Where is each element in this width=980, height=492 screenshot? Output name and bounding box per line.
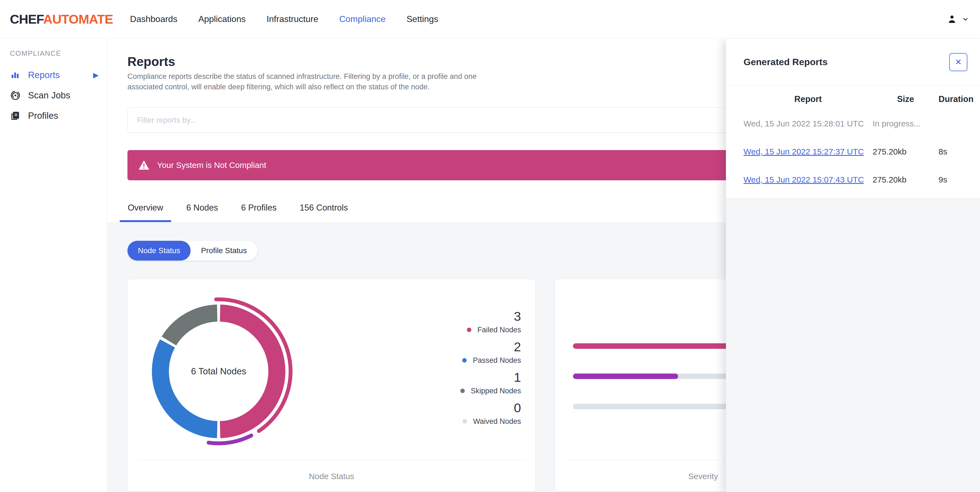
skipped-dot-icon [460,389,465,393]
logo-automate: AUTOMATE [43,12,113,26]
user-menu[interactable] [947,0,969,38]
failed-label: Failed Nodes [477,324,521,335]
tab-controls[interactable]: 156 Controls [292,193,356,222]
table-row: Wed, 15 Jun 2022 15:07:43 UTC 275.20kb 9… [743,166,975,194]
report-duration: 8s [939,147,975,157]
col-size: Size [873,94,939,104]
bar-chart-icon [10,70,22,80]
nav-items: Dashboards Applications Infrastructure C… [130,14,438,24]
tab-nodes[interactable]: 6 Nodes [178,193,226,222]
report-link[interactable]: Wed, 15 Jun 2022 15:27:37 UTC [743,147,864,156]
generated-reports-table: Report Size Duration Wed, 15 Jun 2022 15… [726,85,980,198]
report-date: Wed, 15 Jun 2022 15:28:01 UTC [743,119,873,128]
skipped-count: 1 [514,370,521,385]
user-icon [947,14,958,25]
report-size: 275.20kb [873,147,939,157]
waived-count: 0 [514,401,521,415]
waived-label: Waived Nodes [473,416,521,427]
node-status-donut-chart: 6 Total Nodes [142,294,296,448]
table-row: Wed, 15 Jun 2022 15:28:01 UTC In progres… [743,110,975,138]
scan-target-icon [10,90,22,101]
tab-profiles[interactable]: 6 Profiles [233,193,285,222]
card-divider [138,460,525,460]
toggle-profile-status[interactable]: Profile Status [191,241,257,260]
legend-passed: 2 Passed Nodes [462,339,521,366]
nav-dashboards[interactable]: Dashboards [130,14,177,24]
page-description: Compliance reports describe the status o… [127,71,479,92]
legend-waived: 0 Waived Nodes [463,401,521,427]
skipped-label: Skipped Nodes [471,385,521,396]
report-tabs: Overview 6 Nodes 6 Profiles 156 Controls [120,193,356,222]
chevron-down-icon [962,16,969,23]
banner-message: Your System is Not Compliant [157,161,266,170]
documents-icon [10,110,22,121]
col-duration: Duration [939,94,977,104]
logo-chef: CHEF [10,12,43,26]
tab-overview[interactable]: Overview [120,193,171,222]
sidebar-section-label: COMPLIANCE [10,49,107,58]
node-status-caption: Node Status [128,472,535,481]
report-link[interactable]: Wed, 15 Jun 2022 15:07:43 UTC [743,175,864,184]
failed-dot-icon [467,327,471,332]
node-status-card: 6 Total Nodes 3 Failed Nodes 2 Passed No… [127,279,536,491]
donut-center-label: 6 Total Nodes [142,294,296,448]
passed-label: Passed Nodes [473,355,521,366]
panel-header: Generated Reports ✕ [726,39,980,85]
page-title: Reports [127,54,175,69]
table-header-row: Report Size Duration [743,89,975,110]
legend-skipped: 1 Skipped Nodes [460,370,521,396]
bar-fill [573,374,678,379]
sidebar-item-label: Profiles [28,110,58,121]
table-row: Wed, 15 Jun 2022 15:27:37 UTC 275.20kb 8… [743,138,975,166]
report-duration: 9s [939,175,975,184]
sidebar-item-scan-jobs[interactable]: Scan Jobs [0,85,107,105]
warning-triangle-icon [138,159,150,171]
passed-dot-icon [462,358,467,363]
chef-automate-logo[interactable]: CHEFAUTOMATE [10,11,113,27]
close-icon[interactable]: ✕ [949,53,967,71]
waived-dot-icon [463,419,467,423]
sidebar-item-reports[interactable]: Reports ▶ [0,65,107,85]
panel-title: Generated Reports [743,57,827,67]
col-report: Report [743,94,873,104]
failed-count: 3 [514,309,521,324]
nav-applications[interactable]: Applications [198,14,246,24]
nav-compliance[interactable]: Compliance [339,14,386,24]
node-status-legend: 3 Failed Nodes 2 Passed Nodes 1 Skipped … [460,309,521,431]
legend-failed: 3 Failed Nodes [467,309,521,335]
toggle-node-status[interactable]: Node Status [127,241,191,260]
top-navigation: CHEFAUTOMATE Dashboards Applications Inf… [0,0,980,38]
passed-count: 2 [514,339,521,354]
nav-settings[interactable]: Settings [407,14,438,24]
sidebar-item-label: Scan Jobs [28,90,70,101]
report-size: In progress... [873,119,939,128]
generated-reports-panel: Generated Reports ✕ Report Size Duration… [726,39,980,492]
sidebar-item-label: Reports [28,70,60,80]
report-size: 275.20kb [873,175,939,184]
nav-infrastructure[interactable]: Infrastructure [266,14,318,24]
submenu-arrow-icon[interactable]: ▶ [93,71,99,80]
status-toggle: Node Status Profile Status [127,241,257,260]
compliance-sidebar: COMPLIANCE Reports ▶ Scan Jobs Profiles [0,39,107,492]
sidebar-item-profiles[interactable]: Profiles [0,105,107,126]
